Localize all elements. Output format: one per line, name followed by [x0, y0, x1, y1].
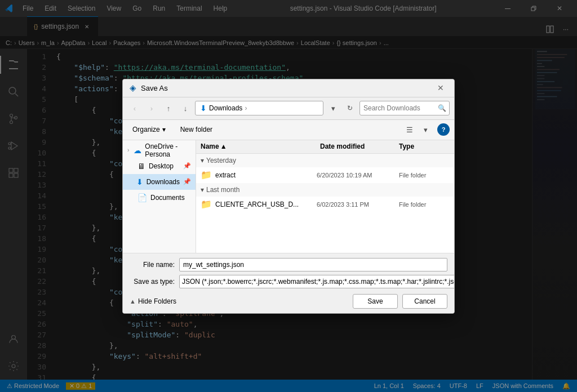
downloads-label: Downloads — [147, 178, 180, 186]
refresh-button[interactable]: ↻ — [343, 101, 357, 115]
organize-label: Organize — [132, 126, 160, 133]
col-type[interactable]: Type — [399, 142, 450, 150]
help-button[interactable]: ? — [437, 123, 450, 136]
file-date-cliente: 6/02/2023 3:11 PM — [317, 201, 396, 208]
section-yesterday-label: Yesterday — [206, 157, 236, 164]
desktop-label: Desktop — [149, 162, 174, 170]
nav-recent-button[interactable]: ↓ — [178, 101, 193, 115]
save-as-dialog: ◈ Save As ✕ ‹ › ↑ ↓ ⬇ Downloads › ▾ ↻ 🔍 — [122, 79, 455, 314]
file-list-header: Name ▲ Date modified Type — [196, 140, 454, 154]
hide-folders-label: Hide Folders — [138, 297, 176, 305]
search-wrap: 🔍 — [359, 101, 450, 115]
folder-icon-extract: 📁 — [201, 170, 212, 180]
file-name-cliente: CLIENTE_ARCH_USB_D... — [215, 201, 313, 208]
dialog-footer: File name: Save as type: JSON (*.json;*.… — [123, 253, 454, 313]
hide-folders-button[interactable]: ▲ Hide Folders — [130, 297, 348, 305]
dialog-close-button[interactable]: ✕ — [434, 81, 447, 95]
dialog-toolbar: ‹ › ↑ ↓ ⬇ Downloads › ▾ ↻ 🔍 — [123, 97, 454, 120]
file-type-cliente: File folder — [399, 201, 450, 208]
view-list-button[interactable]: ☰ — [402, 122, 417, 137]
dialog-titlebar: ◈ Save As ✕ — [123, 79, 454, 97]
col-date[interactable]: Date modified — [320, 142, 399, 150]
dropdown-button[interactable]: ▾ — [326, 101, 340, 115]
dialog-file-list: Name ▲ Date modified Type ▾ Yesterday 📁 … — [196, 140, 454, 253]
nav-item-onedrive[interactable]: › ☁ OneDrive - Persona — [123, 142, 196, 158]
savetype-select-wrap: JSON (*.json;*.bowerrc;*.jscrc;*.webmani… — [179, 275, 455, 288]
nav-forward-button[interactable]: › — [144, 101, 159, 115]
section-yesterday: ▾ Yesterday — [196, 154, 454, 167]
file-date-extract: 6/20/2023 10:19 AM — [317, 172, 396, 179]
savetype-label: Save as type: — [130, 278, 175, 286]
nav-item-documents[interactable]: 📄 Documents — [123, 190, 196, 206]
dialog-nav-panel: › ☁ OneDrive - Persona 🖥 Desktop 📌 ⬇ Dow… — [123, 140, 196, 253]
dialog-title: Save As — [141, 84, 429, 92]
file-name-extract: extract — [215, 171, 313, 179]
filename-label: File name: — [130, 261, 175, 269]
onedrive-expand-icon: › — [127, 147, 129, 153]
nav-item-desktop[interactable]: 🖥 Desktop 📌 — [123, 158, 196, 174]
onedrive-label: OneDrive - Persona — [145, 142, 191, 158]
section-lastmonth-label: Last month — [206, 186, 239, 194]
file-row-cliente[interactable]: 📁 CLIENTE_ARCH_USB_D... 6/02/2023 3:11 P… — [196, 197, 454, 212]
savetype-row: Save as type: JSON (*.json;*.bowerrc;*.j… — [130, 275, 447, 288]
downloads-path-icon: ⬇ — [200, 104, 207, 113]
documents-label: Documents — [150, 194, 185, 202]
desktop-pin-icon: 📌 — [183, 162, 191, 170]
col-name[interactable]: Name ▲ — [201, 142, 320, 150]
hide-folders-icon: ▲ — [130, 298, 136, 305]
nav-back-button[interactable]: ‹ — [127, 101, 142, 115]
footer-buttons: ▲ Hide Folders Save Cancel — [130, 292, 447, 309]
section-lastmonth-icon: ▾ — [201, 186, 204, 194]
cancel-button[interactable]: Cancel — [402, 294, 447, 309]
path-segment-downloads[interactable]: Downloads — [209, 104, 242, 112]
col-name-label: Name — [201, 142, 219, 150]
file-type-extract: File folder — [399, 172, 450, 179]
filename-input[interactable] — [179, 258, 447, 271]
downloads-pin-icon: 📌 — [183, 178, 191, 185]
dialog-vscode-icon: ◈ — [130, 83, 136, 93]
organize-button[interactable]: Organize ▾ — [127, 123, 171, 136]
section-yesterday-icon: ▾ — [201, 157, 204, 164]
dialog-body: › ☁ OneDrive - Persona 🖥 Desktop 📌 ⬇ Dow… — [123, 140, 454, 253]
folder-icon-cliente: 📁 — [201, 199, 212, 210]
onedrive-icon: ☁ — [134, 146, 141, 155]
section-lastmonth: ▾ Last month — [196, 183, 454, 197]
downloads-nav-icon: ⬇ — [136, 177, 143, 186]
sort-icon: ▲ — [220, 142, 227, 150]
view-options-button[interactable]: ▾ — [418, 122, 433, 137]
dialog-overlay: ◈ Save As ✕ ‹ › ↑ ↓ ⬇ Downloads › ▾ ↻ 🔍 — [0, 0, 577, 392]
savetype-select[interactable]: JSON (*.json;*.bowerrc;*.jscrc;*.webmani… — [179, 275, 455, 288]
view-buttons: ☰ ▾ — [402, 122, 433, 137]
filename-row: File name: — [130, 258, 447, 271]
organize-arrow: ▾ — [162, 126, 166, 133]
nav-up-button[interactable]: ↑ — [161, 101, 176, 115]
dialog-actionbar: Organize ▾ New folder ☰ ▾ ? — [123, 120, 454, 140]
desktop-icon: 🖥 — [137, 162, 145, 171]
save-button[interactable]: Save — [353, 294, 398, 309]
documents-icon: 📄 — [137, 193, 147, 202]
file-row-extract[interactable]: 📁 extract 6/20/2023 10:19 AM File folder — [196, 167, 454, 183]
path-chevron: › — [245, 104, 247, 112]
nav-item-downloads[interactable]: ⬇ Downloads 📌 — [123, 174, 196, 190]
dialog-path-bar: ⬇ Downloads › — [195, 101, 323, 115]
new-folder-label: New folder — [180, 126, 212, 133]
search-input[interactable] — [359, 101, 450, 115]
new-folder-button[interactable]: New folder — [175, 123, 218, 136]
